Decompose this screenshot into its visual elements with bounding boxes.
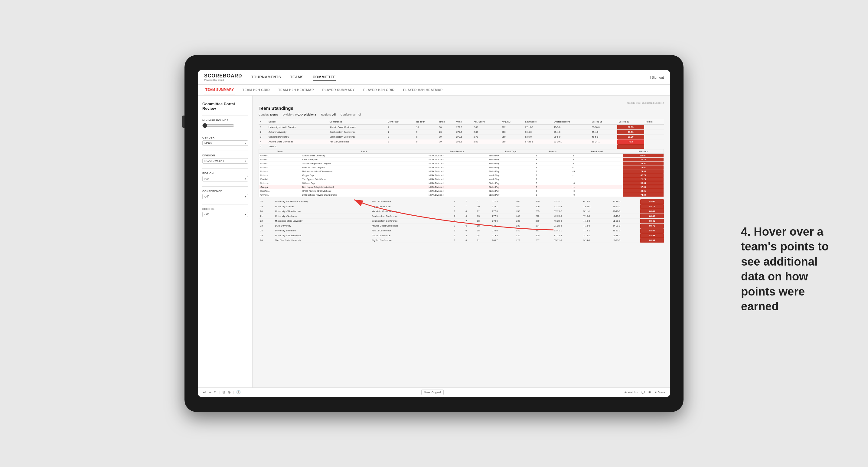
conference-select-wrapper: (All) xyxy=(202,194,248,199)
conference-section: Conference (All) xyxy=(202,190,248,199)
tooltip-container: Team Event Event Division Event Type Rou… xyxy=(258,149,664,197)
tooltip-col-team: Team xyxy=(259,149,301,154)
sub-nav-team-h2h-heatmap[interactable]: TEAM H2H HEATMAP xyxy=(277,86,315,94)
event-breakdown-table: Team Event Event Division Event Type Rou… xyxy=(258,149,664,197)
filter-gender: Gender: Men's xyxy=(258,113,278,116)
nav-committee[interactable]: COMMITTEE xyxy=(313,74,336,81)
filter-gender-label: Gender: xyxy=(258,113,269,116)
sub-nav-player-h2h-grid[interactable]: PLAYER H2H GRID xyxy=(362,86,396,94)
min-rounds-section: Minimum Rounds xyxy=(202,119,248,128)
tooltip-row: Univers... Copper Cup NCAA Division I Ma… xyxy=(259,173,664,177)
table-row: 3 Vanderbilt University Southeastern Con… xyxy=(258,134,664,139)
refresh-icon[interactable]: ⟳ xyxy=(214,390,217,395)
table-row: 1 University of North Carolina Atlantic … xyxy=(258,125,664,130)
tooltip-row: Univers... Amer Arc Intercollegiate NCAA… xyxy=(259,165,664,169)
undo-icon[interactable]: ↩ xyxy=(203,390,206,395)
slider-container xyxy=(202,123,248,128)
col-rnds: Rnds xyxy=(438,119,455,125)
conference-select[interactable]: (All) xyxy=(202,194,248,199)
tooltip-row: Univers... Southern Highlands Collegiate… xyxy=(259,161,664,165)
region-select-wrapper: N/A xyxy=(202,176,248,182)
region-label: Region xyxy=(202,172,248,175)
nav-teams[interactable]: TEAMS xyxy=(290,74,304,81)
more-teams-table: 18 University of California, Berkeley Pa… xyxy=(258,199,664,243)
col-no-tour: No Tour xyxy=(415,119,438,125)
standings-title: Team Standings xyxy=(258,105,664,111)
sidebar: Committee Portal Review Minimum Rounds G… xyxy=(198,96,252,387)
bottom-toolbar: ↩ ↪ ⟳ | ⧉ ⊕ | 🕐 View: Original 👁 Watch ▾… xyxy=(198,387,670,397)
logo-title: SCOREBOARD xyxy=(204,73,242,79)
share-action[interactable]: ↗ Share xyxy=(654,391,665,394)
division-label: Division xyxy=(202,154,248,157)
filter-region: Region: All xyxy=(321,113,336,116)
tablet-shell: SCOREBOARD Powered by clippd TOURNAMENTS… xyxy=(185,55,683,412)
filter-region-value: All xyxy=(332,113,336,116)
tooltip-row: East Ter... OFCC Fighting Illini Invitat… xyxy=(259,189,664,193)
division-select[interactable]: NCAA Division I xyxy=(202,158,248,164)
sub-nav: TEAM SUMMARY TEAM H2H GRID TEAM H2H HEAT… xyxy=(198,85,670,96)
side-button xyxy=(182,116,185,128)
col-points: Points xyxy=(644,119,664,125)
view-original-button[interactable]: View: Original xyxy=(421,390,443,395)
sub-nav-team-summary[interactable]: TEAM SUMMARY xyxy=(204,85,235,94)
tooltip-row: Univers... Arizona State University NCAA… xyxy=(259,154,664,158)
min-rounds-slider[interactable] xyxy=(202,123,235,128)
sub-nav-player-summary[interactable]: PLAYER SUMMARY xyxy=(321,86,356,94)
school-select-wrapper: (All) xyxy=(202,212,248,217)
redo-icon[interactable]: ↪ xyxy=(208,390,211,395)
table-row: 20 University of New Mexico Mountain Wes… xyxy=(258,209,664,214)
logo-area: SCOREBOARD Powered by clippd xyxy=(204,73,242,81)
region-select[interactable]: N/A xyxy=(202,176,248,182)
comment-action[interactable]: 💬 xyxy=(642,391,645,394)
download-icon[interactable]: ⊕ xyxy=(228,390,231,395)
tooltip-row: Univers... National Invitational Tournam… xyxy=(259,169,664,173)
sub-nav-team-h2h-grid[interactable]: TEAM H2H GRID xyxy=(241,86,271,94)
filter-gender-value: Men's xyxy=(270,113,278,116)
division-select-wrapper: NCAA Division I xyxy=(202,158,248,164)
tooltip-col-event-type: Event Type xyxy=(487,149,534,154)
tooltip-col-rank-impact: Rank Impact xyxy=(571,149,623,154)
grid-action[interactable]: ⊞ xyxy=(648,391,651,394)
col-conference: Conference xyxy=(328,119,386,125)
filter-division-label: Division: xyxy=(283,113,294,116)
sidebar-title: Committee Portal Review xyxy=(202,102,248,111)
divider-1 xyxy=(202,116,248,116)
gender-select[interactable]: Men's Women's xyxy=(202,141,248,146)
col-conf-rank: Conf Rank xyxy=(386,119,415,125)
highlighted-table-row: 4 Arizona State University Pac-12 Confer… xyxy=(258,139,664,144)
filter-row: Gender: Men's Division: NCAA Division I … xyxy=(258,113,664,116)
table-row: 22 Mississippi State University Southeas… xyxy=(258,219,664,223)
filter-region-label: Region: xyxy=(321,113,331,116)
table-row: 23 Duke University Atlantic Coast Confer… xyxy=(258,223,664,228)
gender-section: Gender Men's Women's xyxy=(202,136,248,146)
nav-tournaments[interactable]: TOURNAMENTS xyxy=(251,74,281,81)
gender-label: Gender xyxy=(202,136,248,139)
conference-label: Conference xyxy=(202,190,248,193)
tooltip-col-event: Event xyxy=(301,149,427,154)
min-rounds-label: Minimum Rounds xyxy=(202,119,248,122)
table-row: 25 University of North Florida ASUN Conf… xyxy=(258,233,664,238)
table-row: 21 University of Alabama Southeastern Co… xyxy=(258,214,664,219)
watch-action[interactable]: 👁 Watch ▾ xyxy=(624,391,638,394)
col-school: School xyxy=(267,119,328,125)
update-time: Update time: 13/03/2024 10:03:42 xyxy=(258,102,664,104)
tooltip-row: Univers... Cater Collegiate NCAA Divisio… xyxy=(259,158,664,161)
table-row: 5 Texas T... xyxy=(258,144,664,149)
toolbar-right: 👁 Watch ▾ 💬 ⊞ ↗ Share xyxy=(624,391,665,394)
divider-3 xyxy=(202,151,248,151)
filter-division: Division: NCAA Division I xyxy=(283,113,316,116)
standings-table: # School Conference Conf Rank No Tour Rn… xyxy=(258,119,664,149)
toolbar-center: View: Original xyxy=(421,390,443,395)
col-adj-score: Adj. Score xyxy=(472,119,500,125)
col-rank: # xyxy=(258,119,267,125)
tooltip-col-rounds: Rounds xyxy=(534,149,571,154)
sign-out-link[interactable]: | Sign out xyxy=(650,75,664,79)
copy-icon[interactable]: ⧉ xyxy=(223,390,225,395)
toolbar-left: ↩ ↪ ⟳ | ⧉ ⊕ | 🕐 xyxy=(203,390,241,395)
col-vs-top50: Vs Top 50 xyxy=(617,119,644,125)
school-select[interactable]: (All) xyxy=(202,212,248,217)
divider-6 xyxy=(202,204,248,205)
col-low-score: Low Score xyxy=(524,119,552,125)
nav-items: TOURNAMENTS TEAMS COMMITTEE xyxy=(251,74,650,81)
sub-nav-player-h2h-heatmap[interactable]: PLAYER H2H HEATMAP xyxy=(402,86,444,94)
